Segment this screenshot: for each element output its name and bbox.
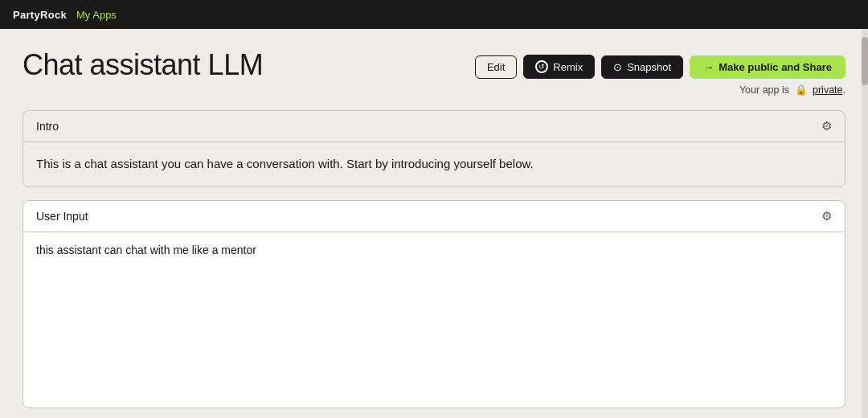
snapshot-button[interactable]: ⊙ Snapshot [601,55,683,79]
snapshot-icon: ⊙ [613,61,622,73]
header-row: Chat assistant LLM Edit ↺ Remix ⊙ Snapsh… [23,48,845,96]
brand-logo: PartyRock [13,9,67,21]
edit-button[interactable]: Edit [475,55,517,79]
page-title: Chat assistant LLM [23,48,263,82]
remix-button[interactable]: ↺ Remix [523,55,595,79]
user-input-textarea[interactable] [36,242,832,395]
user-input-settings-icon[interactable]: ⚙ [821,209,832,223]
header-actions: Edit ↺ Remix ⊙ Snapshot → Make public an… [475,48,845,79]
make-public-button[interactable]: → Make public and Share [690,55,845,79]
private-link[interactable]: private [813,84,843,96]
lock-icon: 🔒 [795,84,808,96]
intro-settings-icon[interactable]: ⚙ [821,119,832,133]
intro-text: This is a chat assistant you can have a … [36,155,832,174]
remix-icon: ↺ [535,60,548,73]
intro-section: Intro ⚙ This is a chat assistant you can… [23,110,845,187]
user-input-label: User Input [36,210,88,223]
my-apps-link[interactable]: My Apps [76,9,117,21]
main-content: Chat assistant LLM Edit ↺ Remix ⊙ Snapsh… [0,29,868,418]
intro-body: This is a chat assistant you can have a … [23,142,845,186]
privacy-note: Your app is 🔒 private. [739,84,845,96]
user-input-header: User Input ⚙ [23,201,845,232]
intro-section-header: Intro ⚙ [23,111,845,142]
intro-label: Intro [36,120,59,133]
navbar: PartyRock My Apps [0,0,868,29]
user-input-body [23,232,845,408]
user-input-section: User Input ⚙ [23,200,845,408]
arrow-icon: → [703,61,714,73]
